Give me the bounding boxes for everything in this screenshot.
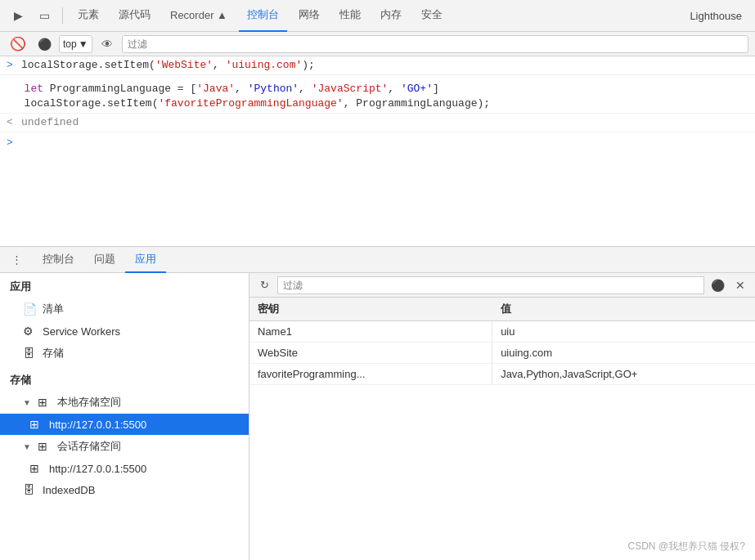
tab-elements[interactable]: 元素 [70, 0, 107, 32]
tab-sources[interactable]: 源代码 [110, 0, 159, 32]
table-cell-value: uiuing.com [492, 343, 755, 364]
table-header-row: 密钥 值 [249, 298, 755, 321]
main-filter-input[interactable] [277, 276, 704, 294]
input-arrow-1: > [7, 58, 16, 73]
storage-general-icon: 🗄 [23, 347, 38, 360]
result-arrow: < [7, 115, 16, 130]
close-icon-main[interactable]: ✕ [730, 276, 750, 295]
sidebar-app-section: 应用 [0, 273, 249, 298]
context-selector[interactable]: top ▼ [59, 35, 92, 53]
sidebar-manifest-label: 清单 [43, 302, 64, 316]
tab-network[interactable]: 网络 [290, 0, 328, 32]
table-cell-key: Name1 [249, 321, 492, 343]
sidebar-storage-section: 存储 [0, 365, 249, 391]
sidebar-session-storage-label: 会话存储空间 [57, 439, 121, 454]
block-icon[interactable]: ⚫ [33, 33, 56, 56]
input-arrow-2 [7, 82, 20, 96]
eye-icon[interactable]: 👁 [96, 33, 119, 56]
col-header-key: 密钥 [249, 298, 492, 321]
input-arrow-2b [7, 96, 20, 111]
top-toolbar: ▶ ▭ 元素 源代码 Recorder ▲ 控制台 网络 性能 内存 安全 Li… [0, 0, 755, 32]
session-storage-grid-icon: ⊞ [38, 440, 52, 453]
table-row[interactable]: Name1uiu [249, 321, 755, 343]
bottom-panel: ⋮ 控制台 问题 应用 应用 📄 清单 ⚙ Service Workers 🗄 … [0, 247, 755, 560]
tab-memory[interactable]: 内存 [372, 0, 410, 32]
service-workers-icon: ⚙ [23, 325, 38, 338]
manifest-icon: 📄 [23, 302, 38, 316]
mobile-icon[interactable]: ▭ [33, 4, 56, 27]
bottom-content: 应用 📄 清单 ⚙ Service Workers 🗄 存储 存储 ▼ ⊞ 本地… [0, 273, 755, 560]
tab-recorder[interactable]: Recorder ▲ [162, 0, 236, 32]
sidebar-item-indexeddb[interactable]: 🗄 IndexedDB [0, 479, 249, 500]
watermark: CSDN @我想养只猫 侵权? [627, 540, 745, 553]
console-line-2: let ProgrammingLanguage = ['Java', 'Pyth… [0, 80, 755, 114]
tab-issues[interactable]: 问题 [84, 247, 125, 273]
tab-security[interactable]: 安全 [413, 0, 451, 32]
console-code-2b: localStorage.setItem('favoriteProgrammin… [25, 96, 491, 111]
table-cell-value: uiu [492, 321, 755, 343]
indexeddb-icon: 🗄 [23, 483, 38, 496]
clear-console-icon[interactable]: 🚫 [7, 33, 29, 56]
sidebar-sw-label: Service Workers [43, 325, 120, 338]
sidebar-item-local-storage-url[interactable]: ⊞ http://127.0.0.1:5500 [0, 414, 249, 435]
local-storage-url-icon: ⊞ [29, 418, 44, 431]
col-header-value: 值 [492, 298, 755, 321]
more-tabs-icon[interactable]: ⋮ [7, 250, 26, 270]
sidebar-session-storage-url: http://127.0.0.1:5500 [49, 463, 146, 475]
table-cell-key: favoriteProgramming... [249, 364, 492, 385]
context-label: top [63, 38, 77, 50]
sidebar-item-session-storage-group[interactable]: ▼ ⊞ 会话存储空间 [0, 435, 249, 458]
refresh-button[interactable]: ↻ [254, 276, 274, 295]
cursor-icon[interactable]: ▶ [7, 4, 29, 27]
console-output: > localStorage.setItem('WebSite', 'uiuin… [0, 56, 755, 247]
console-line-result: < undefined [0, 114, 755, 132]
result-value: undefined [21, 115, 79, 130]
bottom-tabs: ⋮ 控制台 问题 应用 [0, 247, 755, 273]
sidebar-item-session-storage-url[interactable]: ⊞ http://127.0.0.1:5500 [0, 458, 249, 479]
tab-application[interactable]: 应用 [125, 247, 166, 273]
table-row[interactable]: WebSiteuiuing.com [249, 343, 755, 364]
kv-table: 密钥 值 Name1uiuWebSiteuiuing.comfavoritePr… [249, 298, 755, 385]
tab-performance[interactable]: 性能 [331, 0, 369, 32]
console-code-1: localStorage.setItem('WebSite', 'uiuing.… [21, 58, 315, 73]
main-toolbar: ↻ ⚫ ✕ [249, 273, 755, 298]
sidebar-item-service-workers[interactable]: ⚙ Service Workers [0, 320, 249, 342]
console-toolbar: 🚫 ⚫ top ▼ 👁 [0, 32, 755, 56]
sidebar-item-manifest[interactable]: 📄 清单 [0, 298, 249, 320]
local-storage-grid-icon: ⊞ [38, 396, 52, 409]
tab-console[interactable]: 控制台 [239, 0, 287, 32]
kv-table-body: Name1uiuWebSiteuiuing.comfavoriteProgram… [249, 321, 755, 385]
console-line-1: > localStorage.setItem('WebSite', 'uiuin… [0, 56, 755, 75]
table-cell-value: Java,Python,JavaScript,GO+ [492, 364, 755, 385]
session-storage-url-icon: ⊞ [29, 462, 44, 475]
sidebar-indexeddb-label: IndexedDB [43, 484, 95, 496]
console-code-2a: let ProgrammingLanguage = ['Java', 'Pyth… [25, 82, 439, 96]
sidebar: 应用 📄 清单 ⚙ Service Workers 🗄 存储 存储 ▼ ⊞ 本地… [0, 273, 249, 560]
sidebar-item-storage-general[interactable]: 🗄 存储 [0, 342, 249, 365]
session-storage-expand-icon: ▼ [23, 442, 33, 451]
separator [62, 7, 63, 24]
sidebar-item-local-storage-group[interactable]: ▼ ⊞ 本地存储空间 [0, 391, 249, 414]
filter-input[interactable] [122, 35, 748, 53]
sidebar-storage-label: 存储 [43, 346, 64, 361]
dropdown-arrow-icon: ▼ [79, 38, 88, 50]
kv-table-container: 密钥 值 Name1uiuWebSiteuiuing.comfavoritePr… [249, 298, 755, 560]
lighthouse-label: Lighthouse [683, 10, 748, 22]
main-panel: ↻ ⚫ ✕ 密钥 值 Name1uiuWebSiteuiuing.comfavo… [249, 273, 755, 560]
sidebar-local-storage-label: 本地存储空间 [57, 395, 121, 410]
table-cell-key: WebSite [249, 343, 492, 364]
block-icon-main[interactable]: ⚫ [708, 276, 727, 295]
sidebar-local-storage-url: http://127.0.0.1:5500 [49, 419, 146, 431]
console-prompt[interactable]: > [0, 132, 755, 152]
tab-console-bottom[interactable]: 控制台 [33, 247, 84, 273]
prompt-arrow: > [7, 137, 13, 149]
table-row[interactable]: favoriteProgramming...Java,Python,JavaSc… [249, 364, 755, 385]
local-storage-expand-icon: ▼ [23, 398, 33, 407]
